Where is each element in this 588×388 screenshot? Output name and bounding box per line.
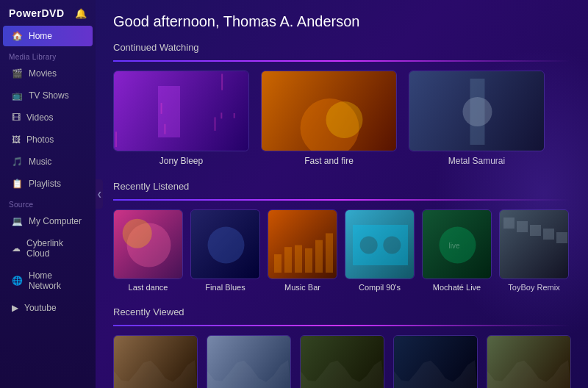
photo-thumb-0 (113, 335, 198, 388)
recently-viewed-underline (113, 325, 570, 326)
sidebar-playlists-label: Playlists (29, 179, 61, 189)
music-thumb-4 (422, 209, 492, 279)
sidebar-youtube-label: Youtube (24, 303, 57, 313)
sidebar-videos-label: Videos (26, 112, 53, 123)
continued-watching-title: Continued Watching (113, 42, 570, 53)
recently-viewed-title: Recently Viewed (113, 306, 570, 317)
music-thumb-1 (190, 209, 260, 279)
video-thumb-0 (113, 71, 249, 151)
sidebar-item-mycomputer[interactable]: 💻 My Computer (3, 211, 93, 231)
tvshows-icon: 📺 (12, 90, 23, 101)
photo-card-1[interactable] (207, 335, 291, 388)
main-content: Good afternoon, Thomas A. Anderson Conti… (96, 0, 588, 388)
video-title-0: Jony Bleep (159, 156, 203, 166)
music-thumb-3 (345, 209, 415, 279)
music-title-0: Last dance (129, 283, 168, 292)
photo-card-4[interactable] (487, 335, 571, 388)
network-icon: 🌐 (12, 276, 23, 286)
movies-icon: 🎬 (12, 68, 23, 79)
media-library-section: Media Library (0, 47, 96, 62)
source-section: Source (0, 195, 96, 210)
cloud-icon: ☁ (12, 243, 21, 254)
photo-thumb-4 (487, 335, 571, 388)
music-card-0[interactable]: Last dance (113, 209, 183, 292)
sidebar-item-music[interactable]: 🎵 Music (3, 151, 93, 172)
recently-viewed-list (113, 335, 570, 388)
music-card-2[interactable]: Music Bar (268, 209, 337, 292)
sidebar-movies-label: Movies (29, 68, 57, 79)
sidebar-item-tvshows[interactable]: 📺 TV Shows (3, 85, 93, 106)
photo-thumb-1 (207, 335, 291, 388)
greeting-text: Good afternoon, Thomas A. Anderson (113, 13, 570, 30)
sidebar-photos-label: Photos (26, 134, 54, 145)
sidebar-mycomputer-label: My Computer (29, 216, 82, 226)
recently-listened-title: Recently Listened (113, 181, 570, 192)
sidebar-item-youtube[interactable]: ▶ Youtube (3, 298, 93, 318)
music-card-1[interactable]: Final Blues (190, 209, 260, 292)
app-title: PowerDVD (9, 7, 65, 19)
home-icon: 🏠 (12, 31, 23, 41)
sidebar-item-photos[interactable]: 🖼 Photos (3, 129, 93, 150)
video-thumb-2 (409, 71, 545, 151)
music-thumb-5 (499, 209, 569, 279)
bell-icon[interactable]: 🔔 (75, 8, 87, 19)
photo-card-2[interactable] (300, 335, 384, 388)
sidebar-homenetwork-label: Home Network (29, 270, 84, 291)
video-title-1: Fast and fire (304, 156, 354, 166)
video-card-0[interactable]: Jony Bleep (113, 71, 249, 166)
sidebar-item-home[interactable]: 🏠 Home (3, 26, 93, 46)
video-card-1[interactable]: Fast and fire (261, 71, 397, 166)
sidebar-home-label: Home (29, 31, 52, 41)
sidebar-item-homenetwork[interactable]: 🌐 Home Network (3, 265, 93, 296)
continued-watching-underline (113, 60, 570, 62)
photo-thumb-2 (300, 335, 384, 388)
photos-icon: 🖼 (12, 134, 21, 145)
music-card-5[interactable]: ToyBoy Remix (499, 209, 569, 292)
sidebar-cyberlink-label: Cyberlink Cloud (26, 238, 84, 259)
videos-icon: 🎞 (12, 112, 21, 123)
music-card-3[interactable]: Compil 90's (345, 209, 415, 292)
sidebar-tvshows-label: TV Shows (29, 90, 69, 101)
video-title-2: Metal Samurai (448, 156, 505, 166)
computer-icon: 💻 (12, 216, 23, 226)
sidebar: PowerDVD 🔔 🏠 Home Media Library 🎬 Movies… (0, 0, 96, 388)
music-title-4: Mochaté Live (433, 283, 481, 292)
collapse-sidebar-button[interactable]: ❮ (96, 179, 103, 209)
sidebar-music-label: Music (29, 157, 51, 167)
music-title-2: Music Bar (284, 283, 320, 292)
photo-card-3[interactable] (393, 335, 478, 388)
sidebar-item-cyberlink[interactable]: ☁ Cyberlink Cloud (3, 233, 93, 264)
sidebar-item-playlists[interactable]: 📋 Playlists (3, 173, 93, 194)
youtube-icon: ▶ (12, 303, 18, 313)
music-thumb-0 (113, 209, 183, 279)
recently-listened-list: Last dance Final Blues Music Bar Compil … (113, 209, 570, 292)
photo-card-0[interactable] (113, 335, 198, 388)
music-title-5: ToyBoy Remix (508, 283, 559, 292)
video-thumb-1 (261, 71, 397, 151)
music-icon: 🎵 (12, 157, 23, 167)
sidebar-item-videos[interactable]: 🎞 Videos (3, 107, 93, 128)
video-card-2[interactable]: Metal Samurai (409, 71, 545, 166)
app-header: PowerDVD 🔔 (0, 0, 96, 25)
continued-watching-list: Jony Bleep Fast and fire Metal Samurai (113, 71, 570, 166)
recently-listened-underline (113, 199, 570, 201)
photo-thumb-3 (393, 335, 478, 388)
playlists-icon: 📋 (12, 179, 23, 189)
music-card-4[interactable]: Mochaté Live (422, 209, 492, 292)
music-title-3: Compil 90's (359, 283, 401, 292)
music-thumb-2 (268, 209, 337, 279)
sidebar-item-movies[interactable]: 🎬 Movies (3, 63, 93, 84)
music-title-1: Final Blues (205, 283, 245, 292)
